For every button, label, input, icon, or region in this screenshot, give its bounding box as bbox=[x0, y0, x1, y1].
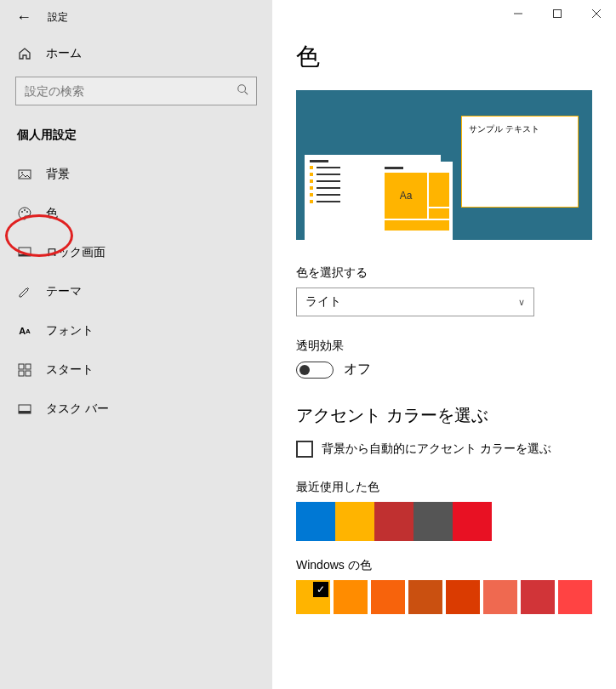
sidebar-item-start[interactable]: スタート bbox=[0, 350, 272, 390]
choose-color-label: 色を選択する bbox=[296, 265, 592, 281]
color-swatch[interactable] bbox=[335, 502, 374, 541]
recent-colors bbox=[296, 502, 592, 541]
svg-rect-11 bbox=[19, 371, 24, 376]
svg-line-1 bbox=[245, 92, 248, 95]
close-button[interactable] bbox=[577, 0, 616, 27]
search-input[interactable] bbox=[15, 77, 257, 105]
maximize-button[interactable] bbox=[538, 0, 577, 27]
sidebar-item-colors[interactable]: 色 bbox=[0, 194, 272, 233]
color-mode-dropdown[interactable]: ライト ∨ bbox=[296, 288, 534, 316]
svg-point-3 bbox=[21, 172, 23, 174]
windows-colors-label: Windows の色 bbox=[296, 558, 592, 573]
sidebar-item-label: 色 bbox=[46, 206, 58, 221]
search-box[interactable] bbox=[15, 77, 257, 105]
start-icon bbox=[17, 362, 32, 378]
arrow-left-icon: ← bbox=[16, 9, 31, 26]
toggle-value: オフ bbox=[344, 361, 371, 379]
home-icon bbox=[17, 46, 32, 61]
windows-colors: ✓ bbox=[296, 580, 592, 614]
font-icon: AA bbox=[17, 323, 32, 339]
auto-accent-row[interactable]: 背景から自動的にアクセント カラーを選ぶ bbox=[296, 441, 592, 458]
palette-icon bbox=[17, 206, 32, 221]
sidebar-item-label: ロック画面 bbox=[46, 245, 106, 260]
svg-rect-12 bbox=[26, 371, 31, 376]
sidebar: ← 設定 ホーム 個人用設定 背景 色 ロック画面 テーマ AA フォント スタ… bbox=[0, 0, 272, 689]
sample-text-box: サンプル テキスト bbox=[461, 116, 579, 208]
color-swatch[interactable] bbox=[334, 580, 368, 614]
transparency-label: 透明効果 bbox=[296, 339, 592, 354]
taskbar-icon bbox=[17, 401, 32, 417]
lock-screen-icon bbox=[17, 245, 32, 260]
color-swatch[interactable] bbox=[558, 580, 592, 614]
sidebar-item-label: テーマ bbox=[46, 284, 82, 299]
color-swatch[interactable] bbox=[446, 580, 480, 614]
sidebar-item-taskbar[interactable]: タスク バー bbox=[0, 390, 272, 429]
transparency-toggle[interactable] bbox=[296, 362, 334, 379]
home-link[interactable]: ホーム bbox=[0, 34, 272, 73]
sidebar-item-fonts[interactable]: AA フォント bbox=[0, 311, 272, 350]
window-controls bbox=[272, 0, 616, 34]
search-icon bbox=[237, 83, 248, 98]
sidebar-item-label: スタート bbox=[46, 362, 94, 378]
sidebar-item-lockscreen[interactable]: ロック画面 bbox=[0, 233, 272, 272]
color-swatch[interactable] bbox=[483, 580, 517, 614]
svg-point-6 bbox=[26, 211, 28, 213]
color-swatch[interactable] bbox=[374, 502, 414, 541]
sidebar-item-background[interactable]: 背景 bbox=[0, 155, 272, 194]
color-swatch[interactable]: ✓ bbox=[296, 580, 330, 614]
color-swatch[interactable] bbox=[453, 502, 492, 541]
section-header: 個人用設定 bbox=[0, 121, 272, 155]
auto-accent-checkbox[interactable] bbox=[296, 441, 313, 458]
sidebar-item-themes[interactable]: テーマ bbox=[0, 272, 272, 311]
sidebar-item-label: タスク バー bbox=[46, 401, 109, 417]
color-preview: Aa サンプル テキスト bbox=[296, 90, 592, 240]
svg-rect-9 bbox=[19, 364, 24, 369]
color-swatch[interactable] bbox=[296, 502, 335, 541]
window-title: 設定 bbox=[48, 10, 68, 25]
minimize-button[interactable] bbox=[499, 0, 538, 27]
color-swatch[interactable] bbox=[521, 580, 555, 614]
color-swatch[interactable] bbox=[371, 580, 405, 614]
auto-accent-label: 背景から自動的にアクセント カラーを選ぶ bbox=[322, 441, 551, 457]
svg-rect-8 bbox=[19, 254, 31, 256]
back-button[interactable]: ← bbox=[7, 0, 41, 34]
image-icon bbox=[17, 167, 32, 182]
dropdown-value: ライト bbox=[305, 294, 341, 310]
check-icon: ✓ bbox=[313, 582, 328, 597]
home-label: ホーム bbox=[46, 46, 82, 61]
theme-icon bbox=[17, 284, 32, 299]
recent-colors-label: 最近使用した色 bbox=[296, 480, 592, 495]
svg-rect-16 bbox=[554, 10, 562, 18]
main-panel: 色 Aa サンプル テキスト bbox=[272, 0, 616, 689]
chevron-down-icon: ∨ bbox=[518, 297, 525, 308]
svg-point-5 bbox=[24, 209, 26, 211]
sidebar-item-label: フォント bbox=[46, 323, 94, 339]
svg-point-0 bbox=[238, 85, 246, 93]
svg-point-4 bbox=[21, 211, 23, 213]
sidebar-item-label: 背景 bbox=[46, 167, 70, 182]
color-swatch[interactable] bbox=[414, 502, 453, 541]
color-swatch[interactable] bbox=[408, 580, 442, 614]
accent-heading: アクセント カラーを選ぶ bbox=[296, 404, 592, 427]
svg-rect-10 bbox=[26, 364, 31, 369]
svg-rect-14 bbox=[19, 411, 31, 413]
titlebar: ← 設定 bbox=[0, 0, 272, 34]
page-title: 色 bbox=[296, 41, 592, 73]
